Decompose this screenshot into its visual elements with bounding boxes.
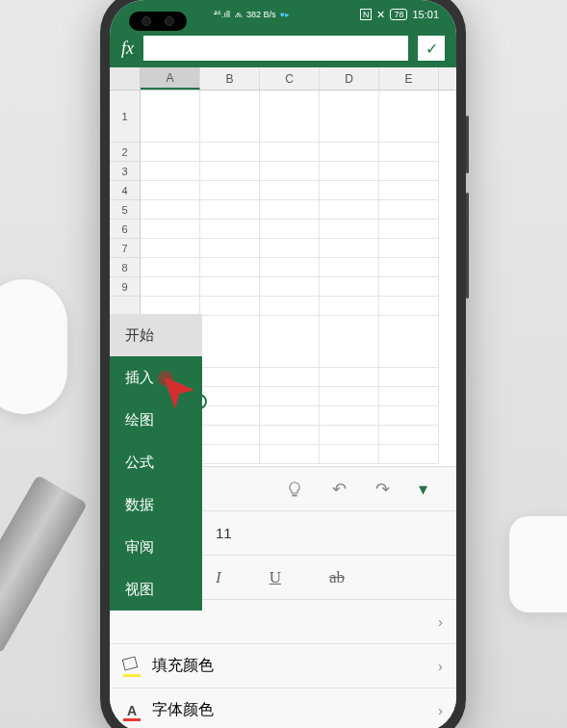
row-header[interactable]: 8 (110, 258, 141, 277)
cell[interactable] (320, 162, 379, 181)
italic-button[interactable]: I (216, 568, 221, 587)
column-header-d[interactable]: D (320, 67, 379, 90)
cell[interactable] (379, 181, 439, 200)
cell[interactable] (260, 200, 320, 220)
cell[interactable] (260, 406, 320, 426)
cell[interactable] (320, 368, 379, 387)
cell[interactable] (379, 200, 439, 220)
cell[interactable] (379, 406, 439, 426)
cell[interactable] (320, 387, 379, 406)
cell[interactable] (141, 239, 200, 258)
tab-formula[interactable]: 公式 (110, 441, 202, 483)
cell[interactable] (320, 220, 379, 239)
tab-data[interactable]: 数据 (110, 483, 202, 526)
column-header-a[interactable]: A (141, 67, 200, 90)
cell[interactable] (200, 239, 260, 258)
column-header-c[interactable]: C (260, 67, 320, 90)
cell[interactable] (260, 220, 320, 239)
cell[interactable] (379, 220, 439, 239)
cell[interactable] (260, 162, 320, 181)
cell[interactable] (200, 181, 260, 200)
cell[interactable] (320, 181, 379, 200)
formula-input[interactable] (143, 36, 408, 61)
formula-confirm-button[interactable]: ✓ (418, 36, 445, 61)
cell[interactable] (260, 258, 320, 277)
cell[interactable] (379, 277, 439, 297)
strikethrough-button[interactable]: ab (329, 568, 345, 587)
cell[interactable] (260, 277, 320, 297)
cell[interactable] (379, 258, 439, 277)
cell[interactable] (320, 200, 379, 220)
underline-button[interactable]: U (270, 568, 281, 587)
tab-review[interactable]: 审阅 (110, 526, 202, 568)
undo-icon[interactable]: ↶ (332, 479, 347, 500)
cell[interactable] (320, 239, 379, 258)
cell[interactable] (200, 258, 260, 277)
cell[interactable] (200, 277, 260, 297)
cell[interactable] (379, 426, 439, 445)
cell[interactable] (141, 91, 200, 143)
cell[interactable] (200, 220, 260, 239)
row-header[interactable]: 4 (110, 181, 141, 200)
cell[interactable] (320, 316, 379, 368)
cell[interactable] (379, 387, 439, 406)
cell[interactable] (141, 277, 200, 297)
cell[interactable] (200, 406, 260, 426)
cell[interactable] (320, 143, 379, 162)
redo-icon[interactable]: ↷ (375, 479, 390, 500)
font-color-row[interactable]: A 字体颜色 › (110, 688, 456, 728)
select-all-corner[interactable] (110, 67, 141, 90)
cell[interactable] (379, 297, 439, 316)
row-header[interactable]: 5 (110, 200, 141, 220)
cell[interactable] (141, 143, 200, 162)
cell[interactable] (200, 368, 260, 387)
cell[interactable] (200, 143, 260, 162)
cell[interactable] (320, 445, 379, 464)
row-header[interactable]: 7 (110, 239, 141, 258)
cell[interactable] (260, 143, 320, 162)
cell[interactable] (320, 277, 379, 297)
cell[interactable] (260, 387, 320, 406)
cell[interactable] (141, 200, 200, 220)
cell[interactable] (200, 445, 260, 464)
cell[interactable] (141, 297, 200, 316)
cell[interactable] (379, 91, 439, 143)
fill-color-row[interactable]: 填充颜色 › (110, 643, 456, 688)
cell[interactable] (200, 387, 260, 406)
cell[interactable] (200, 297, 260, 316)
cell[interactable] (320, 426, 379, 445)
cell[interactable] (141, 258, 200, 277)
column-header-e[interactable]: E (379, 67, 439, 90)
row-header[interactable]: 2 (110, 143, 141, 162)
cell[interactable] (260, 91, 320, 143)
cell[interactable] (200, 200, 260, 220)
cell[interactable] (379, 162, 439, 181)
row-header[interactable]: 3 (110, 162, 141, 181)
cell[interactable] (320, 258, 379, 277)
cell[interactable] (260, 239, 320, 258)
cell[interactable] (200, 426, 260, 445)
row-header[interactable]: 6 (110, 220, 141, 239)
row-header[interactable] (110, 297, 141, 316)
cell[interactable] (260, 316, 320, 368)
cell[interactable] (141, 162, 200, 181)
cell[interactable] (379, 368, 439, 387)
row-header[interactable]: 9 (110, 277, 141, 297)
cell[interactable] (260, 181, 320, 200)
cell[interactable] (200, 162, 260, 181)
cell[interactable] (379, 445, 439, 464)
cell[interactable] (260, 297, 320, 316)
cell[interactable] (379, 143, 439, 162)
cell[interactable] (320, 91, 379, 143)
more-dropdown-icon[interactable]: ▾ (419, 479, 427, 500)
row-header[interactable]: 1 (110, 91, 141, 143)
tab-view[interactable]: 视图 (110, 568, 202, 611)
cell[interactable] (260, 368, 320, 387)
cell[interactable] (200, 316, 260, 368)
cell[interactable] (260, 445, 320, 464)
cell[interactable] (260, 426, 320, 445)
lightbulb-icon[interactable] (286, 481, 303, 498)
cell[interactable] (379, 316, 439, 368)
cell[interactable] (379, 239, 439, 258)
column-header-b[interactable]: B (200, 67, 260, 90)
